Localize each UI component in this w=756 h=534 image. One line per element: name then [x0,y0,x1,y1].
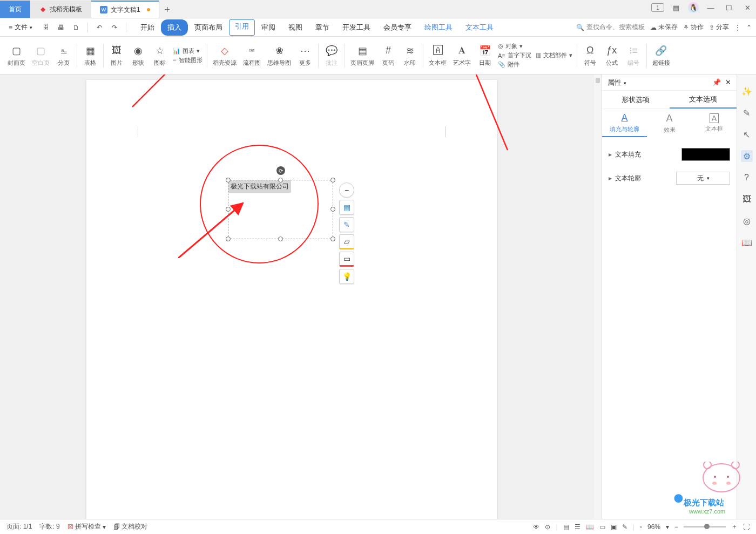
tab-home[interactable]: 首页 [0,1,30,18]
ribbon-comment[interactable]: 💬批注 [321,43,342,68]
document-scrollbar[interactable] [594,75,602,519]
zoom-slider[interactable] [684,526,726,528]
side-tool-image[interactable]: 🖼 [741,193,753,205]
props-tab-text[interactable]: 文本选项 [670,91,737,109]
ribbon-chart[interactable]: 📊图表 ▾ [173,47,202,55]
status-wordcount[interactable]: 字数: 9 [39,522,59,531]
close-panel-icon[interactable]: ✕ [725,78,731,86]
ribbon-symbol[interactable]: Ω符号 [579,43,601,68]
ribbon-wordart[interactable]: 𝐀艺术字 [450,43,474,68]
status-spellcheck[interactable]: ☒拼写检查 ▾ [68,522,106,531]
qa-preview-icon[interactable]: 🗋 [70,22,82,33]
menu-tab-insert[interactable]: 插入 [161,19,188,36]
ribbon-dropcap[interactable]: A≡首字下沉 [498,51,531,59]
app-grid-icon[interactable]: ▦ [670,2,683,13]
side-tool-help[interactable]: ? [741,172,753,184]
ribbon-attachment[interactable]: 📎附件 [498,60,531,69]
minimize-button[interactable]: — [704,2,717,13]
fit-icon[interactable]: ▫ [640,523,642,531]
view-draft-icon[interactable]: ✎ [622,523,627,531]
side-tool-target[interactable]: ◎ [741,215,753,227]
ribbon-docparts[interactable]: ▥文档部件 ▾ [536,51,572,59]
ribbon-numbering[interactable]: ⁝≡编号 [623,43,644,68]
share-button[interactable]: ⇪分享 [709,23,729,32]
ribbon-pagenum[interactable]: #页码 [377,43,399,68]
resize-handle-mr[interactable] [330,207,335,212]
status-page[interactable]: 页面: 1/1 [6,522,32,531]
tab-templates[interactable]: ◆ 找稻壳模板 [30,1,91,18]
float-pencil-icon[interactable]: ✎ [339,217,354,232]
more-menu[interactable]: ⋮ [734,24,741,31]
side-tool-pen[interactable]: ✎ [741,107,753,119]
zoom-value[interactable]: 96% [647,523,660,531]
inserted-textbox[interactable]: ⟳ 极光下载站有限公司 [228,180,333,239]
menu-tab-devtools[interactable]: 开发工具 [336,19,377,36]
zoom-in-button[interactable]: ＋ [731,522,738,531]
zoom-slider-thumb[interactable] [704,524,710,529]
props-row-outline[interactable]: ▸文本轮廓 无 ▾ [609,166,730,190]
avatar-icon[interactable]: 🐧 [688,2,699,13]
menu-tab-start[interactable]: 开始 [134,19,161,36]
float-fill-icon[interactable]: ▱ [339,234,354,249]
side-tool-select[interactable]: ↖ [741,129,753,140]
ribbon-blank[interactable]: ▢空白页 [29,43,53,68]
qa-save-icon[interactable]: 🗄 [40,22,52,33]
ribbon-docer[interactable]: ◇稻壳资源 [210,43,240,68]
ribbon-headerfooter[interactable]: ▤页眉页脚 [347,43,377,68]
ribbon-more[interactable]: ⋯更多 [294,43,316,68]
menu-tab-drawing[interactable]: 绘图工具 [418,19,459,36]
view-web-icon[interactable]: ▭ [599,523,605,531]
maximize-button[interactable]: ☐ [723,2,735,13]
ribbon-iconlib[interactable]: ☆图标 [149,43,171,68]
page[interactable]: ⟳ 极光下载站有限公司 − ▤ ✎ ▱ ▭ 💡 [86,80,497,519]
new-tab-button[interactable]: + [159,2,176,18]
menu-tab-reference[interactable]: 引用 [229,19,255,36]
ribbon-flowchart[interactable]: ⎃流程图 [240,43,264,68]
resize-handle-bl[interactable] [226,236,231,241]
props-subtab-textbox[interactable]: A文本框 [692,109,737,137]
menu-tab-section[interactable]: 章节 [309,19,336,36]
qa-redo-icon[interactable]: ↷ [109,22,120,33]
props-tab-shape[interactable]: 形状选项 [602,91,670,109]
rotate-handle[interactable]: ⟳ [276,166,285,175]
side-tool-book[interactable]: 📖 [741,236,753,248]
view-print-icon[interactable]: ▣ [611,523,617,531]
qa-undo-icon[interactable]: ↶ [93,22,105,33]
view-read-icon[interactable]: 📖 [586,523,594,531]
ribbon-picture[interactable]: 🖼图片 [106,43,127,68]
resize-handle-tr[interactable] [330,178,335,182]
resize-handle-ml[interactable] [226,207,231,212]
pin-icon[interactable]: 📌 [712,78,721,86]
ribbon-mindmap[interactable]: ❀思维导图 [264,43,294,68]
ribbon-hyperlink[interactable]: 🔗超链接 [649,43,673,68]
search-box[interactable]: 🔍 查找命令、搜索模板 [576,23,645,32]
float-collapse-icon[interactable]: − [339,182,354,198]
resize-handle-br[interactable] [330,236,335,241]
ribbon-formula[interactable]: ƒx公式 [601,43,623,68]
document-area[interactable]: ⟳ 极光下载站有限公司 − ▤ ✎ ▱ ▭ 💡 [0,75,602,519]
props-subtab-fill[interactable]: A填充与轮廓 [602,109,647,137]
menu-tab-view[interactable]: 视图 [282,19,309,36]
tab-document[interactable]: W 文字文稿1 [91,1,159,18]
resize-handle-tm[interactable] [278,178,283,182]
status-proofread[interactable]: 🗐文档校对 [113,522,147,531]
badge-indicator[interactable]: 1 [651,3,664,12]
resize-handle-tl[interactable] [226,178,231,182]
ribbon-pagebreak[interactable]: ⎁分页 [53,43,75,68]
collapse-ribbon-icon[interactable]: ⌃ [746,24,752,31]
fullscreen-icon[interactable]: ⛶ [743,523,750,531]
outline-select[interactable]: 无 ▾ [676,172,730,185]
chevron-down-icon[interactable]: ▾ [624,80,626,86]
ribbon-smartart[interactable]: ⎓智能图形 [173,56,202,64]
ribbon-date[interactable]: 📅日期 [474,43,496,68]
menu-tab-member[interactable]: 会员专享 [377,19,418,36]
ribbon-textbox[interactable]: 🄰文本框 [426,43,450,68]
props-row-fill[interactable]: ▸文本填充 [609,143,730,166]
zoom-out-button[interactable]: − [674,523,678,531]
ribbon-object[interactable]: ◎对象 ▾ [498,42,531,50]
float-outline-icon[interactable]: ▭ [339,252,354,267]
fill-color-picker[interactable] [681,148,730,161]
close-button[interactable]: ✕ [741,2,754,13]
ribbon-shape[interactable]: ◉形状 [127,43,149,68]
menu-tab-pagelayout[interactable]: 页面布局 [188,19,229,36]
